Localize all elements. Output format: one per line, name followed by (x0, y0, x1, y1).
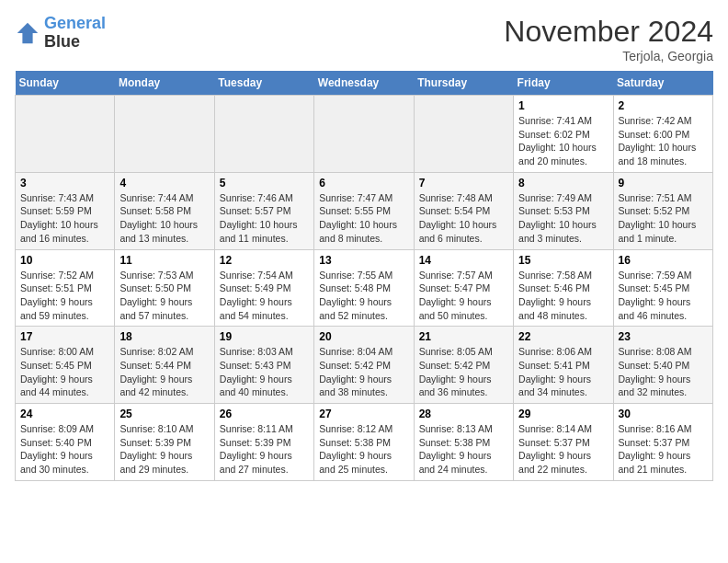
day-cell: 27 Sunrise: 8:12 AMSunset: 5:38 PMDaylig… (314, 404, 414, 481)
month-title: November 2024 (504, 15, 713, 49)
day-cell: 7 Sunrise: 7:48 AMSunset: 5:54 PMDayligh… (414, 172, 513, 249)
day-info: Sunrise: 7:53 AMSunset: 5:50 PMDaylight:… (119, 269, 209, 323)
day-number: 19 (220, 330, 309, 343)
day-number: 16 (619, 254, 708, 267)
day-info: Sunrise: 8:12 AMSunset: 5:38 PMDaylight:… (319, 422, 408, 477)
day-cell: 21 Sunrise: 8:05 AMSunset: 5:42 PMDaylig… (414, 327, 513, 404)
day-number: 27 (319, 408, 408, 420)
day-info: Sunrise: 7:47 AMSunset: 5:55 PMDaylight:… (319, 191, 408, 246)
week-row-2: 3 Sunrise: 7:43 AMSunset: 5:59 PMDayligh… (16, 172, 713, 249)
day-number: 18 (119, 330, 209, 343)
day-cell: 26 Sunrise: 8:11 AMSunset: 5:39 PMDaylig… (214, 404, 313, 481)
day-cell: 1 Sunrise: 7:41 AMSunset: 6:02 PMDayligh… (514, 96, 613, 173)
day-info: Sunrise: 8:14 AMSunset: 5:37 PMDaylight:… (518, 422, 608, 477)
day-info: Sunrise: 8:16 AMSunset: 5:37 PMDaylight:… (619, 422, 708, 477)
day-info: Sunrise: 8:11 AMSunset: 5:39 PMDaylight:… (220, 422, 309, 477)
day-header-thursday: Thursday (414, 71, 513, 96)
day-info: Sunrise: 8:03 AMSunset: 5:43 PMDaylight:… (220, 345, 309, 399)
day-header-monday: Monday (115, 71, 214, 96)
day-header-sunday: Sunday (16, 71, 115, 96)
day-info: Sunrise: 8:04 AMSunset: 5:42 PMDaylight:… (319, 345, 408, 399)
day-cell (16, 96, 115, 173)
day-cell: 17 Sunrise: 8:00 AMSunset: 5:45 PMDaylig… (16, 327, 115, 404)
logo: General Blue (15, 15, 106, 52)
day-number: 20 (319, 330, 408, 343)
week-row-5: 24 Sunrise: 8:09 AMSunset: 5:40 PMDaylig… (16, 404, 713, 481)
day-info: Sunrise: 7:48 AMSunset: 5:54 PMDaylight:… (419, 191, 508, 246)
day-cell (115, 96, 214, 173)
day-number: 30 (619, 408, 708, 420)
day-number: 10 (20, 254, 109, 267)
day-cell: 2 Sunrise: 7:42 AMSunset: 6:00 PMDayligh… (613, 96, 712, 173)
day-number: 26 (220, 408, 309, 420)
day-cell: 20 Sunrise: 8:04 AMSunset: 5:42 PMDaylig… (314, 327, 414, 404)
day-info: Sunrise: 7:42 AMSunset: 6:00 PMDaylight:… (619, 114, 708, 168)
day-info: Sunrise: 8:02 AMSunset: 5:44 PMDaylight:… (119, 345, 209, 399)
day-cell (414, 96, 513, 173)
day-number: 21 (419, 330, 508, 343)
day-cell: 16 Sunrise: 7:59 AMSunset: 5:45 PMDaylig… (613, 249, 712, 327)
day-number: 4 (119, 177, 209, 190)
day-cell: 28 Sunrise: 8:13 AMSunset: 5:38 PMDaylig… (414, 404, 513, 481)
day-info: Sunrise: 7:44 AMSunset: 5:58 PMDaylight:… (119, 191, 209, 246)
week-row-1: 1 Sunrise: 7:41 AMSunset: 6:02 PMDayligh… (16, 96, 713, 173)
day-number: 23 (619, 330, 708, 343)
day-cell: 18 Sunrise: 8:02 AMSunset: 5:44 PMDaylig… (115, 327, 214, 404)
day-header-friday: Friday (514, 71, 613, 96)
day-cell: 12 Sunrise: 7:54 AMSunset: 5:49 PMDaylig… (214, 249, 313, 327)
day-number: 6 (319, 177, 408, 190)
day-header-wednesday: Wednesday (314, 71, 414, 96)
day-cell (214, 96, 313, 173)
day-info: Sunrise: 8:10 AMSunset: 5:39 PMDaylight:… (119, 422, 209, 477)
day-info: Sunrise: 8:08 AMSunset: 5:40 PMDaylight:… (619, 345, 708, 399)
day-number: 14 (419, 254, 508, 267)
day-info: Sunrise: 7:52 AMSunset: 5:51 PMDaylight:… (20, 269, 109, 323)
day-number: 24 (20, 408, 109, 420)
day-number: 3 (20, 177, 109, 190)
day-cell: 22 Sunrise: 8:06 AMSunset: 5:41 PMDaylig… (514, 327, 613, 404)
day-info: Sunrise: 7:57 AMSunset: 5:47 PMDaylight:… (419, 269, 508, 323)
day-number: 17 (20, 330, 109, 343)
day-cell: 5 Sunrise: 7:46 AMSunset: 5:57 PMDayligh… (214, 172, 313, 249)
svg-marker-0 (17, 23, 38, 43)
title-block: November 2024 Terjola, Georgia (504, 15, 713, 63)
day-info: Sunrise: 7:55 AMSunset: 5:48 PMDaylight:… (319, 269, 408, 323)
day-info: Sunrise: 7:46 AMSunset: 5:57 PMDaylight:… (220, 191, 309, 246)
day-header-tuesday: Tuesday (214, 71, 313, 96)
day-number: 25 (119, 408, 209, 420)
week-row-3: 10 Sunrise: 7:52 AMSunset: 5:51 PMDaylig… (16, 249, 713, 327)
day-cell: 8 Sunrise: 7:49 AMSunset: 5:53 PMDayligh… (514, 172, 613, 249)
day-number: 7 (419, 177, 508, 190)
day-cell: 4 Sunrise: 7:44 AMSunset: 5:58 PMDayligh… (115, 172, 214, 249)
day-cell: 3 Sunrise: 7:43 AMSunset: 5:59 PMDayligh… (16, 172, 115, 249)
day-info: Sunrise: 7:43 AMSunset: 5:59 PMDaylight:… (20, 191, 109, 246)
day-number: 11 (119, 254, 209, 267)
day-cell: 6 Sunrise: 7:47 AMSunset: 5:55 PMDayligh… (314, 172, 414, 249)
day-number: 28 (419, 408, 508, 420)
day-cell: 9 Sunrise: 7:51 AMSunset: 5:52 PMDayligh… (613, 172, 712, 249)
day-number: 1 (518, 99, 608, 112)
logo-icon (15, 20, 40, 46)
day-info: Sunrise: 7:59 AMSunset: 5:45 PMDaylight:… (619, 269, 708, 323)
day-cell: 30 Sunrise: 8:16 AMSunset: 5:37 PMDaylig… (613, 404, 712, 481)
day-cell: 24 Sunrise: 8:09 AMSunset: 5:40 PMDaylig… (16, 404, 115, 481)
day-number: 13 (319, 254, 408, 267)
day-cell: 23 Sunrise: 8:08 AMSunset: 5:40 PMDaylig… (613, 327, 712, 404)
day-cell: 29 Sunrise: 8:14 AMSunset: 5:37 PMDaylig… (514, 404, 613, 481)
calendar-header-row: SundayMondayTuesdayWednesdayThursdayFrid… (16, 71, 713, 96)
day-info: Sunrise: 7:51 AMSunset: 5:52 PMDaylight:… (619, 191, 708, 246)
day-header-saturday: Saturday (613, 71, 712, 96)
day-info: Sunrise: 8:06 AMSunset: 5:41 PMDaylight:… (518, 345, 608, 399)
day-info: Sunrise: 7:41 AMSunset: 6:02 PMDaylight:… (518, 114, 608, 168)
page-header: General Blue November 2024 Terjola, Geor… (15, 15, 713, 63)
day-number: 5 (220, 177, 309, 190)
location: Terjola, Georgia (504, 49, 713, 63)
week-row-4: 17 Sunrise: 8:00 AMSunset: 5:45 PMDaylig… (16, 327, 713, 404)
day-number: 29 (518, 408, 608, 420)
calendar-table: SundayMondayTuesdayWednesdayThursdayFrid… (15, 71, 713, 481)
day-number: 22 (518, 330, 608, 343)
day-number: 12 (220, 254, 309, 267)
day-number: 8 (518, 177, 608, 190)
day-number: 9 (619, 177, 708, 190)
day-info: Sunrise: 7:49 AMSunset: 5:53 PMDaylight:… (518, 191, 608, 246)
